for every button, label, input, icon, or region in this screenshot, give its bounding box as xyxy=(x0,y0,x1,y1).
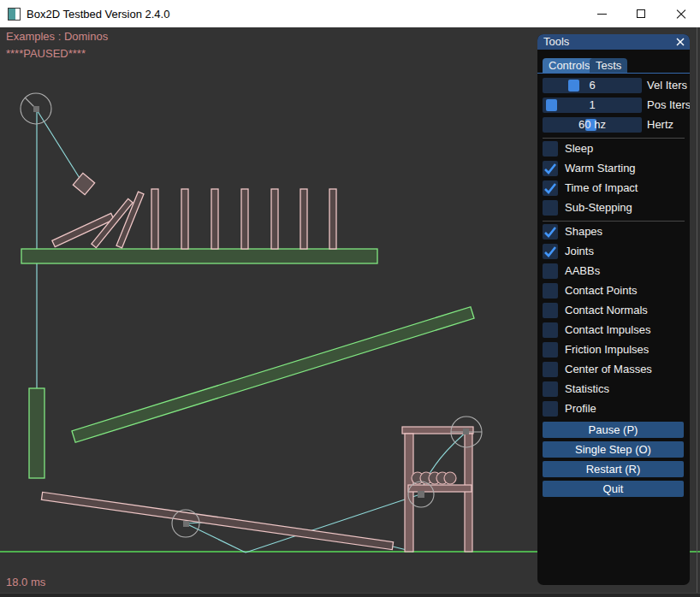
checkbox-box[interactable] xyxy=(543,283,558,298)
domino xyxy=(271,189,278,249)
checkbox-label: AABBs xyxy=(565,263,600,279)
domino xyxy=(241,189,248,249)
checkbox-label: Friction Impulses xyxy=(565,342,649,358)
checkbox-center-of-masses[interactable]: Center of Masses xyxy=(543,362,685,377)
checkbox-joints[interactable]: Joints xyxy=(543,244,685,259)
checkbox-label: Contact Points xyxy=(565,283,638,298)
app-icon xyxy=(8,8,21,21)
domino xyxy=(211,189,218,249)
panel-close-icon xyxy=(674,36,686,48)
check-icon xyxy=(544,245,556,257)
checkbox-box[interactable] xyxy=(543,342,558,358)
checkbox-label: Statistics xyxy=(565,381,609,397)
checkbox-box[interactable] xyxy=(543,322,558,338)
frame-left-leg xyxy=(405,434,413,552)
vel-iters-value: 6 xyxy=(543,78,642,93)
checkbox-sub-stepping[interactable]: Sub-Stepping xyxy=(543,200,685,216)
checkbox-label: Center of Masses xyxy=(565,362,652,377)
tab-controls[interactable]: Controls xyxy=(543,58,596,73)
checkbox-box[interactable] xyxy=(543,200,558,216)
close-icon xyxy=(676,9,685,19)
checkbox-box[interactable] xyxy=(543,263,558,279)
checkbox-contact-points[interactable]: Contact Points xyxy=(543,283,685,298)
frame-structure[interactable] xyxy=(402,427,473,552)
standing-dominos[interactable] xyxy=(151,189,336,249)
checkbox-label: Shapes xyxy=(565,224,602,239)
checkbox-label: Contact Normals xyxy=(565,303,648,318)
tools-close-button[interactable] xyxy=(674,36,686,48)
checkbox-aabbs[interactable]: AABBs xyxy=(543,263,685,279)
checkbox-box[interactable] xyxy=(543,401,558,417)
tools-panel: Tools Controls Tests 6 Vel Iters 1 Pos I… xyxy=(537,34,690,585)
restart-button[interactable]: Restart (R) xyxy=(543,461,684,477)
hertz-value: 60 hz xyxy=(543,117,642,133)
separator xyxy=(543,221,685,222)
check-icon xyxy=(544,163,556,174)
domino xyxy=(181,189,188,249)
checkbox-shapes[interactable]: Shapes xyxy=(543,224,685,239)
window-bottom-frame xyxy=(0,594,700,597)
pos-iters-value: 1 xyxy=(543,98,642,113)
single-step-button[interactable]: Single Step (O) xyxy=(543,441,684,458)
checkbox-box[interactable] xyxy=(543,224,558,239)
checkbox-box[interactable] xyxy=(543,303,558,318)
check-icon xyxy=(544,182,556,194)
pos-iters-label: Pos Iters xyxy=(647,98,690,113)
checkbox-label: Contact Impulses xyxy=(565,322,650,338)
tab-underline xyxy=(537,73,690,74)
hertz-slider[interactable]: 60 hz xyxy=(543,117,642,133)
example-label: Examples : Dominos xyxy=(6,30,108,43)
maximize-button[interactable] xyxy=(621,0,661,27)
checkbox-box[interactable] xyxy=(543,180,558,196)
frame-time-label: 18.0 ms xyxy=(6,576,45,588)
checkbox-contact-normals[interactable]: Contact Normals xyxy=(543,303,685,318)
pos-iters-slider[interactable]: 1 xyxy=(543,98,642,113)
checkbox-label: Warm Starting xyxy=(565,161,636,176)
checkbox-box[interactable] xyxy=(543,161,558,176)
pause-button[interactable]: Pause (P) xyxy=(543,422,684,438)
checkbox-profile[interactable]: Profile xyxy=(543,401,685,417)
fallen-dominos[interactable] xyxy=(52,192,144,248)
checkbox-box[interactable] xyxy=(543,141,558,157)
domino xyxy=(329,189,336,249)
left-green-block xyxy=(29,388,44,478)
vel-iters-label: Vel Iters xyxy=(647,78,687,93)
hertz-label: Hertz xyxy=(647,117,673,133)
pendulum-bob[interactable] xyxy=(73,173,94,194)
checkbox-label: Profile xyxy=(565,401,596,417)
checkbox-label: Sub-Stepping xyxy=(565,200,632,216)
checkbox-box[interactable] xyxy=(543,362,558,377)
checkbox-sleep[interactable]: Sleep xyxy=(543,141,685,157)
minimize-icon xyxy=(597,14,607,15)
checkbox-box[interactable] xyxy=(543,244,558,259)
checkbox-time-of-impact[interactable]: Time of Impact xyxy=(543,180,685,196)
frame-right-leg xyxy=(465,434,472,552)
checkbox-label: Time of Impact xyxy=(565,180,638,196)
window-title: Box2D Testbed Version 2.4.0 xyxy=(27,8,169,21)
domino xyxy=(300,189,307,249)
paused-label: ****PAUSED**** xyxy=(6,47,86,60)
app-window: Box2D Testbed Version 2.4.0 xyxy=(0,0,700,597)
quit-button[interactable]: Quit xyxy=(543,481,684,497)
shelf-plank xyxy=(21,249,377,263)
ball xyxy=(444,472,456,484)
minimize-button[interactable] xyxy=(582,0,621,27)
maximize-icon xyxy=(637,9,645,18)
tools-panel-titlebar[interactable]: Tools xyxy=(537,34,690,50)
frame-middle-beam xyxy=(408,485,472,492)
checkbox-friction-impulses[interactable]: Friction Impulses xyxy=(543,342,685,358)
checkbox-statistics[interactable]: Statistics xyxy=(543,381,685,397)
anchor-markers xyxy=(33,106,469,527)
window-right-edge xyxy=(697,27,697,594)
separator xyxy=(543,138,685,139)
checkbox-contact-impulses[interactable]: Contact Impulses xyxy=(543,322,685,338)
checkbox-warm-starting[interactable]: Warm Starting xyxy=(543,161,685,176)
close-button[interactable] xyxy=(661,0,700,27)
vel-iters-slider[interactable]: 6 xyxy=(543,78,642,93)
frame-top-beam xyxy=(402,427,473,434)
checkbox-box[interactable] xyxy=(543,381,558,397)
checkbox-label: Sleep xyxy=(565,141,593,157)
checkbox-label: Joints xyxy=(565,244,594,259)
os-titlebar[interactable]: Box2D Testbed Version 2.4.0 xyxy=(0,0,700,27)
tab-tests[interactable]: Tests xyxy=(590,58,627,73)
